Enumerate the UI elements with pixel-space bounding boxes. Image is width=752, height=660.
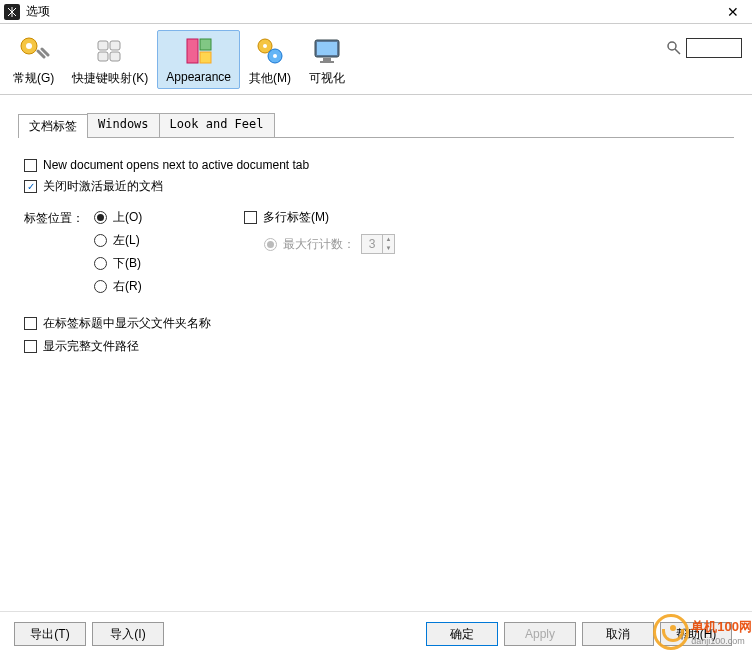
keyboard-icon (94, 35, 126, 67)
svg-rect-3 (110, 41, 120, 50)
radio-right[interactable]: 右(R) (94, 278, 244, 295)
content-area: 文档标签 Windows Look and Feel New document … (0, 95, 752, 615)
svg-rect-15 (323, 58, 331, 61)
help-button[interactable]: 帮助(H) (660, 622, 732, 646)
search-icon (666, 40, 682, 56)
group-label: 标签位置： (24, 209, 94, 227)
tab-strip: 文档标签 Windows Look and Feel (18, 113, 734, 138)
search-area (666, 30, 748, 58)
svg-point-17 (668, 42, 676, 50)
tab-panel: New document opens next to active docume… (18, 138, 734, 381)
toolbar: 常规(G) 快捷键映射(K) Appearance 其他(M) 可视化 (0, 24, 752, 95)
svg-point-12 (273, 54, 277, 58)
svg-rect-14 (317, 42, 337, 55)
app-icon (4, 4, 20, 20)
tab-look-and-feel[interactable]: Look and Feel (159, 113, 275, 137)
svg-rect-8 (200, 52, 211, 63)
checkbox-icon (244, 211, 257, 224)
radio-label: 右(R) (113, 278, 142, 295)
checkbox-icon (24, 180, 37, 193)
radio-left[interactable]: 左(L) (94, 232, 244, 249)
radio-bottom[interactable]: 下(B) (94, 255, 244, 272)
cancel-button[interactable]: 取消 (582, 622, 654, 646)
checkbox-label: 关闭时激活最近的文档 (43, 178, 163, 195)
svg-rect-16 (320, 61, 334, 63)
toolbar-item-appearance[interactable]: Appearance (157, 30, 240, 89)
checkbox-label: 多行标签(M) (263, 209, 329, 226)
spinner-down-icon: ▼ (383, 244, 394, 253)
svg-point-11 (263, 44, 267, 48)
monitor-icon (311, 35, 343, 67)
svg-rect-7 (200, 39, 211, 50)
radio-icon (94, 280, 107, 293)
spinner-up-icon: ▲ (383, 235, 394, 244)
toolbar-item-general[interactable]: 常规(G) (4, 30, 63, 92)
toolbar-label: 快捷键映射(K) (72, 70, 148, 87)
radio-label: 左(L) (113, 232, 140, 249)
svg-line-18 (675, 49, 680, 54)
gear-icon (18, 35, 50, 67)
spinner-value: 3 (362, 237, 382, 251)
misc-icon (254, 35, 286, 67)
checkbox-icon (24, 159, 37, 172)
svg-rect-4 (98, 52, 108, 61)
toolbar-item-keymap[interactable]: 快捷键映射(K) (63, 30, 157, 92)
checkbox-label: New document opens next to active docume… (43, 158, 309, 172)
tab-document-tabs[interactable]: 文档标签 (18, 114, 88, 138)
ok-button[interactable]: 确定 (426, 622, 498, 646)
toolbar-label: 其他(M) (249, 70, 291, 87)
checkbox-multirow[interactable]: 多行标签(M) (244, 209, 395, 226)
appearance-icon (183, 35, 215, 67)
toolbar-label: 可视化 (309, 70, 345, 87)
toolbar-item-visual[interactable]: 可视化 (300, 30, 354, 92)
tab-position-group: 标签位置： 上(O) 左(L) 下(B) 右(R) (24, 209, 728, 301)
toolbar-item-misc[interactable]: 其他(M) (240, 30, 300, 92)
max-rows-row: 最大行计数： 3 ▲ ▼ (264, 234, 395, 254)
checkbox-icon (24, 317, 37, 330)
radio-icon (94, 211, 107, 224)
import-button[interactable]: 导入(I) (92, 622, 164, 646)
radio-icon (94, 257, 107, 270)
radio-label: 上(O) (113, 209, 142, 226)
max-rows-spinner: 3 ▲ ▼ (361, 234, 395, 254)
footer: 导出(T) 导入(I) 确定 Apply 取消 帮助(H) (0, 611, 752, 660)
checkbox-show-fullpath[interactable]: 显示完整文件路径 (24, 338, 728, 355)
close-button[interactable]: ✕ (718, 1, 748, 23)
window-title: 选项 (26, 3, 718, 20)
radio-label: 下(B) (113, 255, 141, 272)
svg-rect-5 (110, 52, 120, 61)
checkbox-icon (24, 340, 37, 353)
toolbar-label: 常规(G) (13, 70, 54, 87)
radio-icon (94, 234, 107, 247)
checkbox-new-doc-next[interactable]: New document opens next to active docume… (24, 158, 728, 172)
max-rows-label: 最大行计数： (283, 236, 355, 253)
checkbox-activate-recent[interactable]: 关闭时激活最近的文档 (24, 178, 728, 195)
checkbox-show-parent[interactable]: 在标签标题中显示父文件夹名称 (24, 315, 728, 332)
svg-rect-2 (98, 41, 108, 50)
tab-windows[interactable]: Windows (87, 113, 160, 137)
export-button[interactable]: 导出(T) (14, 622, 86, 646)
search-input[interactable] (686, 38, 742, 58)
titlebar: 选项 ✕ (0, 0, 752, 24)
svg-point-1 (26, 43, 32, 49)
svg-rect-6 (187, 39, 198, 63)
apply-button: Apply (504, 622, 576, 646)
radio-top[interactable]: 上(O) (94, 209, 244, 226)
checkbox-label: 显示完整文件路径 (43, 338, 139, 355)
radio-icon (264, 238, 277, 251)
checkbox-label: 在标签标题中显示父文件夹名称 (43, 315, 211, 332)
toolbar-label: Appearance (166, 70, 231, 84)
